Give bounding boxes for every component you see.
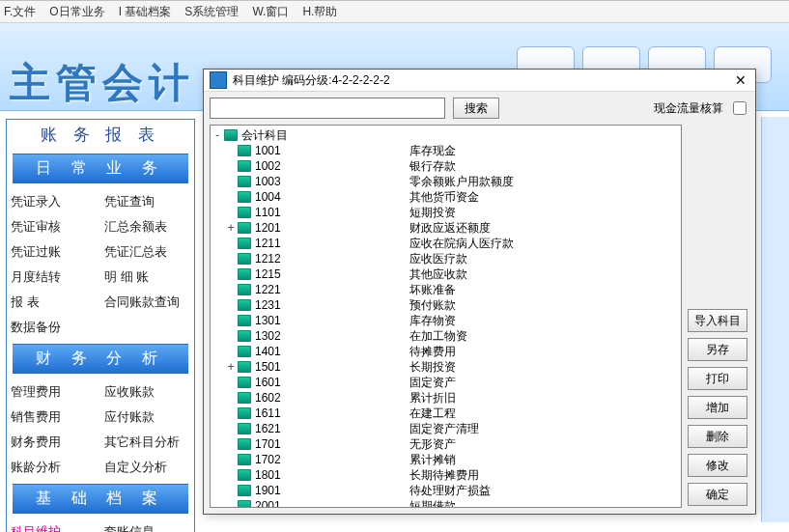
cashflow-label: 现金流量核算 — [654, 100, 723, 117]
folder-icon — [238, 253, 251, 265]
folder-icon — [238, 145, 251, 156]
tree-node[interactable]: +1501长期投资 — [211, 359, 681, 375]
sidebar-link[interactable]: 凭证录入 — [7, 189, 100, 214]
tree-node[interactable]: 1001库存现金 — [211, 143, 681, 158]
menu-daily[interactable]: O日常业务 — [49, 1, 104, 22]
folder-icon — [238, 454, 251, 465]
section-base-title: 基 础 档 案 — [13, 484, 188, 514]
folder-icon — [238, 207, 251, 218]
menu-file[interactable]: F.文件 — [4, 1, 36, 22]
sidebar-link[interactable]: 科目维护 — [7, 519, 100, 532]
folder-icon — [238, 315, 251, 326]
tree-node[interactable]: 1601固定资产 — [211, 375, 681, 390]
cashflow-checkbox[interactable] — [733, 101, 747, 115]
tree-node[interactable]: 1611在建工程 — [211, 406, 681, 421]
folder-icon — [238, 423, 251, 434]
folder-icon — [238, 176, 251, 187]
sidebar-link[interactable]: 凭证汇总表 — [100, 239, 194, 265]
tree-node[interactable]: 1302在加工物资 — [211, 328, 681, 344]
menu-sys[interactable]: S系统管理 — [184, 1, 239, 22]
sidebar-link[interactable]: 报 表 — [7, 290, 100, 315]
tree-root-label[interactable]: 会计科目 — [241, 127, 288, 143]
search-button[interactable]: 搜索 — [453, 98, 499, 119]
sidebar-link[interactable]: 凭证过账 — [7, 239, 100, 265]
dialog-button-column: 导入科目 另存 打印 增加 删除 修改 确定 — [688, 125, 755, 514]
sidebar-link[interactable]: 月度结转 — [7, 265, 100, 290]
folder-icon — [238, 500, 251, 508]
tree-node[interactable]: 1212应收医疗款 — [211, 251, 681, 266]
tree-node[interactable]: 1702累计摊销 — [211, 452, 681, 467]
tree-node[interactable]: 1401待摊费用 — [211, 344, 681, 359]
tree-node[interactable]: 1901待处理财产损益 — [211, 483, 681, 498]
search-input[interactable] — [210, 98, 445, 119]
subject-tree[interactable]: -会计科目1001库存现金1002银行存款1003零余额账户用款额度1004其他… — [210, 125, 682, 508]
tree-node[interactable]: 1301库存物资 — [211, 313, 681, 328]
tree-node[interactable]: 1215其他应收款 — [211, 266, 681, 282]
sidebar-link[interactable]: 明 细 账 — [100, 265, 194, 290]
tree-node[interactable]: 1101短期投资 — [211, 205, 681, 220]
folder-icon — [238, 268, 251, 280]
sidebar: 账 务 报 表 日 常 业 务 凭证录入凭证查询凭证审核汇总余额表凭证过账凭证汇… — [6, 119, 195, 532]
folder-icon — [238, 469, 251, 481]
main-menu: F.文件 O日常业务 I 基础档案 S系统管理 W.窗口 H.帮助 — [0, 1, 789, 23]
ok-button[interactable]: 确定 — [688, 483, 747, 506]
sidebar-link[interactable]: 汇总余额表 — [100, 214, 194, 239]
sidebar-link[interactable]: 应收账款 — [100, 379, 194, 405]
tree-node[interactable]: 1002银行存款 — [211, 158, 681, 174]
tree-node[interactable]: 1221坏账准备 — [211, 282, 681, 297]
edit-button[interactable]: 修改 — [688, 454, 747, 477]
tree-node[interactable]: 2001短期借款 — [211, 498, 681, 508]
menu-help[interactable]: H.帮助 — [302, 1, 337, 22]
tree-node[interactable]: 1801长期待摊费用 — [211, 467, 681, 483]
sidebar-link[interactable]: 合同账款查询 — [100, 290, 194, 315]
folder-icon — [238, 407, 251, 419]
tree-node[interactable]: 1701无形资产 — [211, 436, 681, 452]
subject-dialog: 科目维护 编码分级:4-2-2-2-2-2 ✕ 搜索 现金流量核算 -会计科目1… — [203, 69, 756, 515]
app-title: 主管会计 — [10, 56, 195, 110]
menu-window[interactable]: W.窗口 — [252, 1, 289, 22]
folder-icon — [238, 160, 251, 172]
sidebar-link[interactable]: 套账信息 — [100, 519, 194, 532]
add-button[interactable]: 增加 — [688, 396, 747, 419]
tree-node[interactable]: 1004其他货币资金 — [211, 189, 681, 205]
sidebar-link[interactable]: 财务费用 — [7, 430, 100, 455]
saveas-button[interactable]: 另存 — [688, 338, 747, 361]
menu-base[interactable]: I 基础档案 — [119, 1, 172, 22]
import-button[interactable]: 导入科目 — [688, 309, 747, 332]
sidebar-link[interactable]: 凭证审核 — [7, 214, 100, 239]
tree-node[interactable]: 1621固定资产清理 — [211, 421, 681, 436]
folder-icon — [238, 485, 251, 496]
right-strip — [761, 117, 789, 522]
folder-icon — [238, 238, 251, 249]
sidebar-link[interactable] — [100, 315, 194, 340]
sidebar-link[interactable]: 应付账款 — [100, 405, 194, 430]
tree-node[interactable]: +1201财政应返还额度 — [211, 220, 681, 236]
dialog-title: 科目维护 编码分级:4-2-2-2-2-2 — [233, 72, 390, 89]
sidebar-link[interactable]: 数据备份 — [7, 315, 100, 340]
sidebar-link[interactable]: 管理费用 — [7, 379, 100, 405]
section-analysis-title: 财 务 分 析 — [13, 344, 188, 374]
close-icon[interactable]: ✕ — [726, 72, 755, 88]
tree-node[interactable]: 1211应收在院病人医疗款 — [211, 236, 681, 251]
folder-icon — [238, 299, 251, 311]
tree-node[interactable]: 1602累计折旧 — [211, 390, 681, 406]
dialog-titlebar: 科目维护 编码分级:4-2-2-2-2-2 ✕ — [204, 70, 755, 92]
folder-icon — [238, 330, 251, 342]
folder-icon — [238, 361, 251, 373]
tree-node[interactable]: 1231预付账款 — [211, 297, 681, 313]
print-button[interactable]: 打印 — [688, 367, 747, 390]
sidebar-link[interactable]: 凭证查询 — [100, 189, 194, 214]
sidebar-link[interactable]: 其它科目分析 — [100, 430, 194, 455]
delete-button[interactable]: 删除 — [688, 425, 747, 448]
folder-icon — [238, 191, 251, 203]
folder-icon — [238, 392, 251, 404]
sidebar-link[interactable]: 自定义分析 — [100, 455, 194, 480]
sidebar-link[interactable]: 销售费用 — [7, 405, 100, 430]
sidebar-link[interactable]: 账龄分析 — [7, 455, 100, 480]
section-daily-title: 日 常 业 务 — [13, 154, 188, 183]
folder-icon — [238, 377, 251, 388]
tree-node[interactable]: 1003零余额账户用款额度 — [211, 174, 681, 189]
folder-icon — [238, 438, 251, 450]
dialog-icon — [210, 71, 227, 89]
folder-icon — [238, 346, 251, 357]
